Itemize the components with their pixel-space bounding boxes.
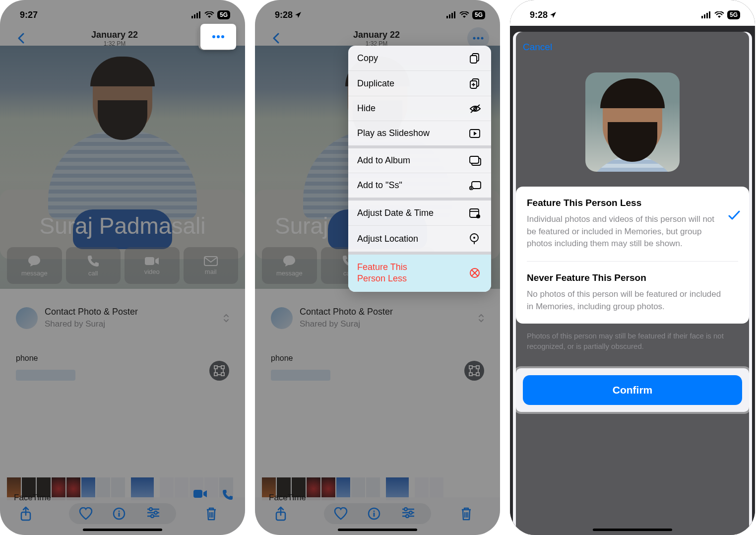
svg-rect-58 (470, 56, 477, 63)
svg-rect-1 (194, 14, 195, 18)
person-name-label: Suraj Padmasali (0, 212, 245, 239)
panel-3-feature-less-sheet: 9:28 5G January 22 Cancel (510, 0, 755, 535)
menu-adjust-location[interactable]: Adjust Location (348, 226, 491, 255)
mail-button[interactable]: mail (184, 247, 239, 284)
svg-point-74 (476, 214, 480, 218)
svg-point-17 (119, 511, 120, 512)
card-subtitle: Shared by Suraj (300, 319, 393, 329)
option-feature-less[interactable]: Feature This Person Less Individual phot… (516, 187, 749, 261)
cellular-icon (446, 11, 456, 18)
status-bar: 9:28 5G (255, 0, 500, 26)
message-icon (282, 255, 296, 268)
option-title: Feature This Person Less (527, 198, 738, 208)
menu-add-ss[interactable]: Add to "Ss" (348, 173, 491, 201)
svg-point-53 (406, 515, 409, 518)
phone-field-label: phone (271, 354, 484, 363)
phone-icon (87, 255, 100, 268)
svg-rect-43 (476, 373, 479, 376)
wifi-icon (204, 11, 214, 18)
network-badge: 5G (217, 10, 230, 19)
svg-rect-10 (214, 366, 217, 369)
svg-rect-3 (199, 11, 200, 18)
menu-adjust-date[interactable]: Adjust Date & Time (348, 201, 491, 226)
video-button[interactable]: video (125, 247, 180, 284)
menu-duplicate[interactable]: Duplicate (348, 71, 491, 96)
facetime-video-icon[interactable] (193, 489, 207, 500)
photo-viewer[interactable]: Suraj Padmasali message call video mail (0, 46, 245, 289)
call-button[interactable]: call (66, 247, 121, 284)
svg-rect-67 (470, 156, 479, 163)
contact-photo-poster-card[interactable]: Contact Photo & Poster Shared by Suraj (7, 298, 238, 338)
menu-hide[interactable]: Hide (348, 96, 491, 121)
card-subtitle: Shared by Suraj (45, 319, 138, 329)
status-bar: 9:27 5G (0, 0, 245, 26)
info-button[interactable] (113, 507, 132, 520)
contact-photo-poster-card[interactable]: Contact Photo & Poster Shared by Suraj (262, 298, 493, 338)
cancel-button[interactable]: Cancel (516, 32, 749, 63)
feature-less-icon (469, 268, 482, 278)
wifi-icon (714, 11, 724, 18)
svg-point-24 (151, 515, 154, 518)
nav-date: January 22 (286, 30, 467, 40)
more-options-highlight[interactable] (200, 24, 236, 50)
facetime-label: FaceTime (14, 493, 51, 503)
contact-avatar-thumb (271, 307, 293, 329)
back-button[interactable] (11, 28, 31, 48)
svg-point-76 (473, 237, 475, 239)
contact-avatar-thumb (16, 307, 38, 329)
favorite-button[interactable] (334, 507, 354, 520)
info-button[interactable] (368, 507, 387, 520)
phone-value-redacted (16, 370, 75, 381)
feature-options-panel: Feature This Person Less Individual phot… (516, 187, 749, 324)
menu-slideshow[interactable]: Play as Slideshow (348, 121, 491, 148)
feature-less-sheet: Cancel Feature This Person Less Individu… (516, 32, 749, 535)
delete-button[interactable] (460, 507, 480, 521)
home-indicator[interactable] (593, 529, 672, 531)
option-title: Never Feature This Person (527, 272, 738, 283)
facetime-audio-icon[interactable] (222, 489, 233, 500)
lookup-button[interactable] (464, 361, 484, 381)
share-button[interactable] (275, 506, 295, 521)
cellular-icon (191, 11, 201, 18)
phone-field-label: phone (16, 354, 229, 363)
svg-rect-40 (469, 366, 472, 369)
phone-field-card[interactable]: phone (7, 345, 238, 397)
status-time: 9:27 (20, 10, 38, 20)
message-button[interactable]: message (262, 247, 317, 284)
svg-rect-32 (449, 14, 450, 18)
status-time: 9:28 (275, 10, 293, 20)
back-button[interactable] (266, 28, 286, 48)
favorite-button[interactable] (79, 507, 99, 520)
svg-rect-47 (374, 513, 375, 517)
adjust-button[interactable] (146, 507, 166, 520)
lookup-button[interactable] (209, 361, 229, 381)
confirm-button[interactable]: Confirm (523, 375, 742, 405)
svg-point-35 (473, 37, 476, 40)
svg-rect-82 (704, 14, 705, 18)
svg-rect-31 (446, 16, 448, 18)
message-button[interactable]: message (7, 247, 62, 284)
svg-rect-14 (193, 490, 202, 498)
nav-date: January 22 (31, 30, 198, 40)
calendar-icon (469, 207, 482, 218)
svg-rect-42 (469, 373, 472, 376)
home-indicator[interactable] (83, 529, 162, 531)
menu-copy[interactable]: Copy (348, 46, 491, 71)
footnote-text: Photos of this person may still be featu… (516, 324, 749, 358)
svg-rect-34 (454, 11, 455, 18)
svg-rect-83 (706, 13, 708, 18)
menu-add-album[interactable]: Add to Album (348, 148, 491, 173)
share-button[interactable] (20, 506, 40, 521)
menu-feature-less[interactable]: Feature This Person Less (348, 255, 491, 292)
confirm-highlight-wrap: Confirm (516, 368, 749, 412)
home-indicator[interactable] (338, 529, 417, 531)
status-time: 9:28 (530, 10, 548, 20)
adjust-button[interactable] (401, 507, 421, 520)
cellular-icon (701, 11, 711, 18)
phone-field-card[interactable]: phone (262, 345, 493, 397)
add-ss-icon (469, 181, 482, 190)
option-never-feature[interactable]: Never Feature This Person No photos of t… (516, 262, 749, 324)
slideshow-icon (469, 129, 482, 138)
context-menu: Copy Duplicate Hide Play as Slideshow Ad… (348, 46, 491, 292)
delete-button[interactable] (205, 507, 225, 521)
